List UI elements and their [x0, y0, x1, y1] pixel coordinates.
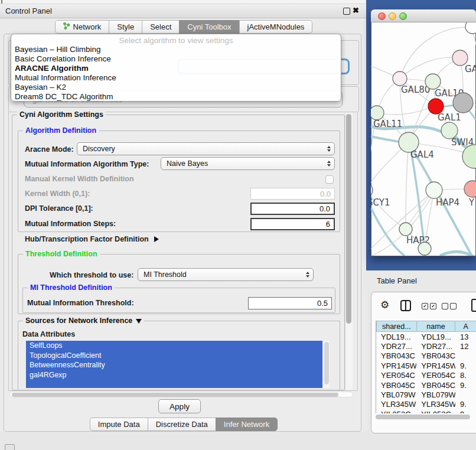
mi-type-value: Naive Bayes [167, 159, 208, 168]
which-threshold-combo[interactable]: MI Threshold [138, 268, 314, 281]
dropdown-item-bayesian-hill-climbing[interactable]: Bayesian – Hill Climbing [14, 45, 341, 54]
minimize-traffic-light-icon[interactable] [389, 12, 396, 20]
network-node[interactable] [465, 22, 476, 34]
tab-discretize-data[interactable]: Discretize Data [148, 418, 216, 431]
mi-threshold-field[interactable]: 0.5 [248, 297, 332, 309]
table-row[interactable]: YBR045CYBR045C9. [376, 380, 476, 390]
hub-definition-expander[interactable]: Hub/Transcription Factor Definition [25, 235, 159, 243]
zoom-traffic-light-icon[interactable] [399, 12, 407, 20]
mi-steps-label: Mutual Information Steps: [25, 220, 116, 228]
node-attribute-table: shared...nameA YDL19...YDL19...13YDR27..… [376, 321, 476, 413]
tab-select[interactable]: Select [142, 20, 180, 34]
selected-row-partial [26, 380, 322, 388]
kernel-width-field[interactable]: 0.0 [250, 188, 335, 200]
column-header-name[interactable]: name [417, 321, 456, 332]
network-node-gal11[interactable] [371, 106, 384, 120]
tab-impute-data[interactable]: Impute Data [90, 418, 148, 431]
dropdown-item-dream8-dc-tdc-algorithm[interactable]: Dream8 DC_TDC Algorithm [14, 92, 341, 102]
network-canvas[interactable]: GALGAL80GAL10GAL1GAL11SWI4GAL4GCY1HAP4YH… [371, 22, 476, 256]
attribute-item-topologicalcoefficient[interactable]: TopologicalCoefficient [26, 351, 322, 361]
sources-title-text: Sources for Network Inference [25, 317, 132, 325]
gear-icon[interactable]: ⚙ [380, 299, 389, 311]
table-horizontal-scrollbar-thumb[interactable] [376, 415, 470, 419]
table-row[interactable]: YBL079WYBL079W [376, 390, 476, 399]
table-cell: YER054C [416, 371, 455, 380]
manual-kernel-checkbox[interactable] [325, 175, 334, 184]
table-cell: YPR145W [376, 361, 416, 370]
tab-label: Infer Network [224, 420, 269, 429]
settings-vertical-scrollbar-thumb[interactable] [346, 114, 351, 324]
tab-network[interactable]: Network [55, 20, 110, 34]
close-icon[interactable]: ✖ [353, 6, 359, 15]
network-node-gal80[interactable] [393, 71, 407, 86]
apply-button[interactable]: Apply [158, 399, 201, 413]
table-cell: YLR345W [376, 400, 416, 409]
tab-infer-network[interactable]: Infer Network [216, 418, 278, 431]
apply-button-label: Apply [169, 402, 190, 411]
float-window-icon[interactable] [343, 8, 350, 15]
select-all-checkboxes-icon[interactable]: ✓ ✓ [422, 303, 436, 309]
table-header-row: shared...nameA [376, 321, 476, 332]
table-cell: YDR27... [416, 342, 455, 351]
split-columns-icon[interactable] [400, 300, 411, 311]
table-row[interactable]: YPR145WYPR145W9. [376, 361, 476, 370]
mi-type-combo[interactable]: Naive Bayes [161, 157, 335, 170]
mi-steps-value: 6 [326, 220, 330, 229]
attribute-item-gal4rgexp[interactable]: gal4RGexp [26, 370, 322, 380]
tab-label: Style [117, 22, 134, 31]
attribute-item-selfloops[interactable]: SelfLoops [26, 341, 322, 351]
network-node-gal10[interactable] [425, 74, 441, 89]
network-window-titlebar[interactable] [371, 9, 476, 22]
network-node[interactable] [462, 145, 476, 168]
table-cell: YBL079W [416, 390, 455, 399]
network-node-hap4[interactable] [426, 182, 442, 198]
dpi-tolerance-field[interactable]: 0.0 [250, 203, 335, 215]
column-header-a[interactable]: A [455, 321, 476, 332]
attribute-item-betweennesscentrality[interactable]: BetweennessCentrality [26, 360, 322, 370]
table-row[interactable]: YBR043CYBR043C [376, 351, 476, 361]
table-cell: YDL19... [416, 332, 455, 341]
tab-style[interactable]: Style [109, 20, 142, 34]
table-row[interactable]: YDR27...YDR27...12 [376, 341, 476, 351]
dropdown-item-mutual-information-inference[interactable]: Mutual Information Inference [14, 73, 341, 83]
table-cell: 9 [455, 410, 476, 413]
table-row[interactable]: YDL19...YDL19...13 [376, 332, 476, 341]
table-cell: 9. [455, 361, 476, 370]
tab-jactivemnodules[interactable]: jActiveMNodules [239, 20, 313, 34]
data-attributes-list[interactable]: SelfLoopsTopologicalCoefficientBetweenne… [26, 341, 322, 388]
network-node-swi4[interactable] [441, 122, 458, 139]
table-row[interactable]: YER054CYER054C8. [376, 371, 476, 380]
network-node-gcy1[interactable] [371, 183, 373, 197]
aracne-mode-combo[interactable]: Discovery [77, 142, 335, 155]
tab-cyni-toolbox[interactable]: Cyni Toolbox [179, 20, 239, 34]
table-cell: YLR345W [416, 400, 455, 409]
window-corner-icon[interactable] [5, 444, 15, 450]
network-node[interactable] [418, 242, 431, 255]
dropdown-item-bayesian-k2[interactable]: Bayesian – K2 [14, 83, 341, 92]
which-threshold-label: Which threshold to use: [50, 271, 133, 279]
clear-checkboxes-icon[interactable] [442, 303, 457, 309]
table-cell: YER054C [376, 371, 416, 380]
table-cell: YBR045C [376, 381, 416, 390]
table-row[interactable]: YLR345WYLR345W9. [376, 400, 476, 409]
close-traffic-light-icon[interactable] [378, 12, 386, 20]
table-function-icon[interactable] [471, 299, 476, 312]
table-cell: 13 [455, 332, 476, 341]
network-node-hap2[interactable] [399, 223, 412, 236]
table-row[interactable]: YIL052CYIL052C9 [376, 409, 476, 413]
network-node[interactable] [453, 93, 473, 113]
node-label: GCY1 [371, 197, 390, 208]
settings-horizontal-scrollbar-thumb[interactable] [12, 393, 338, 397]
dropdown-item-basic-correlation-inference[interactable]: Basic Correlation Inference [14, 54, 341, 64]
attributes-scrollbar-thumb[interactable] [324, 342, 329, 384]
node-label: HAP4 [436, 197, 459, 208]
mi-threshold-value: 0.5 [317, 299, 328, 308]
column-header-shared-[interactable]: shared... [376, 321, 417, 332]
tab-label: Impute Data [98, 420, 140, 429]
network-node-y[interactable] [464, 181, 476, 197]
dropdown-item-aracne-algorithm[interactable]: ARACNE Algorithm [14, 64, 341, 73]
node-label: GAL [465, 64, 476, 74]
sources-title[interactable]: Sources for Network Inference [23, 317, 144, 325]
mi-steps-field[interactable]: 6 [250, 218, 335, 230]
table-panel-title: Table Panel [377, 276, 417, 285]
